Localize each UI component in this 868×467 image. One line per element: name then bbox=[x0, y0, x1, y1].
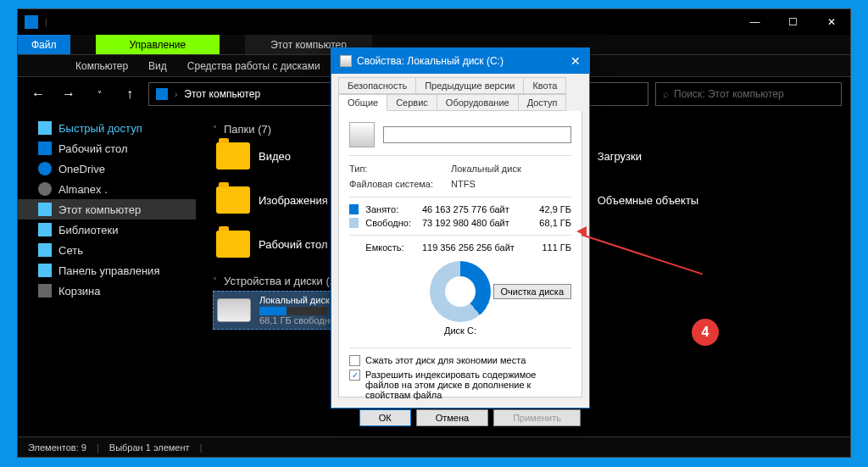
chevron-down-icon: ˅ bbox=[213, 125, 217, 134]
compress-checkbox[interactable] bbox=[349, 355, 360, 366]
drive-icon bbox=[340, 55, 352, 67]
ok-button[interactable]: ОК bbox=[359, 409, 411, 426]
sidebar: Быстрый доступ Рабочий стол OneDrive Alm… bbox=[18, 111, 196, 436]
tab-hardware[interactable]: Оборудование bbox=[437, 94, 519, 111]
minimize-button[interactable]: — bbox=[736, 9, 774, 35]
folder-desktop[interactable]: Рабочий стол bbox=[213, 227, 331, 261]
sidebar-onedrive[interactable]: OneDrive bbox=[18, 158, 196, 179]
tab-manage[interactable]: Управление bbox=[96, 35, 220, 54]
disk-label: Диск C: bbox=[349, 325, 571, 336]
dialog-title-bar[interactable]: Свойства: Локальный диск (C:) ✕ bbox=[331, 48, 589, 74]
dialog-body: Тип:Локальный диск Файловая система:NTFS… bbox=[338, 111, 582, 398]
cloud-icon bbox=[38, 162, 52, 175]
used-gb: 42,9 ГБ bbox=[531, 204, 571, 214]
dialog-tabs: Безопасность Предыдущие версии Квота Общ… bbox=[331, 74, 589, 111]
sidebar-this-pc[interactable]: Этот компьютер bbox=[18, 199, 196, 220]
sidebar-network[interactable]: Сеть bbox=[18, 240, 196, 260]
folder-videos[interactable]: Видео bbox=[213, 139, 331, 173]
title-divider: | bbox=[45, 18, 47, 27]
drive-icon bbox=[349, 122, 375, 147]
drive-icon bbox=[217, 298, 251, 322]
chevron-down-icon: ˅ bbox=[213, 276, 217, 286]
cap-swatch bbox=[349, 242, 359, 253]
free-gb: 68,1 ГБ bbox=[531, 218, 571, 228]
tab-quota[interactable]: Квота bbox=[523, 77, 566, 94]
folder-icon bbox=[216, 142, 250, 170]
used-swatch bbox=[349, 204, 359, 214]
close-button[interactable]: ✕ bbox=[812, 9, 850, 35]
app-icon bbox=[25, 15, 38, 29]
sidebar-quick-access[interactable]: Быстрый доступ bbox=[18, 118, 196, 138]
network-icon bbox=[38, 243, 52, 257]
search-icon: ⌕ bbox=[663, 88, 669, 100]
user-icon bbox=[38, 182, 52, 196]
capacity-gb: 111 ГБ bbox=[531, 242, 571, 253]
maximize-button[interactable]: ☐ bbox=[774, 9, 812, 35]
usage-donut-chart bbox=[430, 261, 491, 322]
tab-security[interactable]: Безопасность bbox=[338, 77, 416, 94]
breadcrumb[interactable]: Этот компьютер bbox=[184, 88, 260, 100]
tab-previous[interactable]: Предыдущие версии bbox=[415, 77, 524, 94]
used-bytes: 46 163 275 776 байт bbox=[422, 204, 525, 214]
capacity-label: Емкость: bbox=[365, 242, 415, 253]
capacity-bytes: 119 356 256 256 байт bbox=[422, 242, 525, 253]
used-label: Занято: bbox=[365, 204, 415, 214]
sidebar-desktop[interactable]: Рабочий стол bbox=[18, 138, 196, 158]
libraries-icon bbox=[38, 223, 52, 236]
disk-cleanup-button[interactable]: Очистка диска bbox=[493, 284, 571, 299]
drive-name-input[interactable] bbox=[383, 126, 571, 143]
tab-file[interactable]: Файл bbox=[18, 35, 70, 54]
subtab-computer[interactable]: Компьютер bbox=[75, 60, 128, 72]
sidebar-user[interactable]: Almanex . bbox=[18, 179, 196, 199]
folder-icon bbox=[216, 186, 250, 214]
nav-history-button[interactable]: ˅ bbox=[87, 82, 111, 106]
nav-back-button[interactable]: ← bbox=[26, 82, 50, 106]
drive-usage-bar bbox=[259, 307, 327, 315]
pc-icon bbox=[156, 88, 168, 100]
pc-icon bbox=[38, 203, 52, 216]
type-label: Тип: bbox=[349, 164, 442, 174]
sidebar-control-panel[interactable]: Панель управления bbox=[18, 260, 196, 281]
dialog-close-button[interactable]: ✕ bbox=[570, 54, 581, 68]
title-bar: | — ☐ ✕ bbox=[18, 9, 850, 35]
tab-general[interactable]: Общие bbox=[338, 94, 387, 111]
fs-label: Файловая система: bbox=[349, 179, 442, 189]
fs-value: NTFS bbox=[451, 179, 476, 189]
index-checkbox[interactable]: ✓ bbox=[349, 370, 360, 381]
type-value: Локальный диск bbox=[451, 164, 521, 174]
status-bar: Элементов: 9 | Выбран 1 элемент | bbox=[18, 436, 850, 457]
cancel-button[interactable]: Отмена bbox=[416, 409, 488, 426]
subtab-drive-tools[interactable]: Средства работы с дисками bbox=[187, 60, 320, 72]
panel-icon bbox=[38, 264, 52, 277]
tab-access[interactable]: Доступ bbox=[518, 94, 567, 111]
search-box[interactable]: ⌕ Поиск: Этот компьютер bbox=[655, 82, 842, 106]
folder-icon bbox=[216, 231, 250, 258]
search-placeholder: Поиск: Этот компьютер bbox=[674, 88, 784, 100]
free-bytes: 73 192 980 480 байт bbox=[422, 218, 525, 228]
free-swatch bbox=[349, 218, 359, 228]
sidebar-recycle[interactable]: Корзина bbox=[18, 281, 196, 301]
nav-up-button[interactable]: ↑ bbox=[118, 82, 142, 106]
compress-label: Сжать этот диск для экономии места bbox=[365, 355, 526, 365]
free-label: Свободно: bbox=[365, 218, 415, 228]
trash-icon bbox=[38, 284, 52, 297]
nav-forward-button[interactable]: → bbox=[57, 82, 81, 106]
apply-button[interactable]: Применить bbox=[493, 409, 581, 426]
star-icon bbox=[38, 121, 52, 135]
dialog-title: Свойства: Локальный диск (C:) bbox=[357, 55, 504, 67]
sidebar-libraries[interactable]: Библиотеки bbox=[18, 220, 196, 240]
tab-service[interactable]: Сервис bbox=[387, 94, 437, 111]
properties-dialog: Свойства: Локальный диск (C:) ✕ Безопасн… bbox=[331, 47, 590, 409]
dialog-buttons: ОК Отмена Применить bbox=[331, 404, 589, 431]
folder-icon bbox=[38, 142, 52, 155]
folder-pictures[interactable]: Изображения bbox=[213, 183, 331, 217]
status-elements: Элементов: 9 bbox=[28, 442, 86, 453]
breadcrumb-chevron-icon: › bbox=[175, 90, 177, 99]
subtab-view[interactable]: Вид bbox=[148, 60, 167, 72]
index-label: Разрешить индексировать содержимое файло… bbox=[365, 370, 571, 400]
status-selected: Выбран 1 элемент bbox=[109, 442, 190, 453]
